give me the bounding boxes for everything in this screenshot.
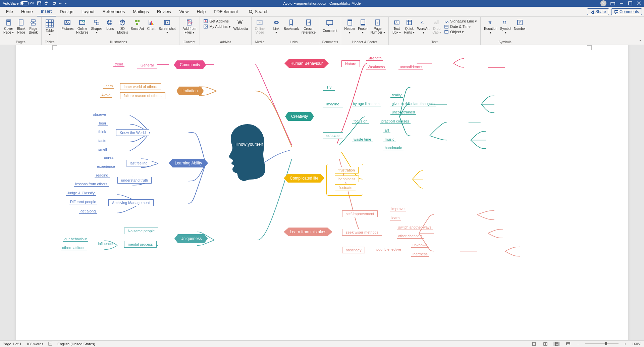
search-box[interactable]: Search [249,9,268,14]
table-button[interactable]: Table ▾ [44,18,56,37]
svg-rect-9 [31,23,35,25]
leaf-our-behaviour: our behaviour [63,237,88,242]
node-understand: understand truth [117,177,152,184]
status-bar: Page 1 of 1 108 words English (United St… [0,340,644,347]
maximize-icon[interactable] [628,1,633,6]
leaf-by-age: by age limitation [352,101,381,106]
shapes-button[interactable]: Shapes ▾ [90,18,104,35]
leaf-hear: hear [98,121,108,126]
leaf-others-attitude: others attitude [61,245,87,250]
zoom-slider[interactable] [585,343,619,344]
qa-more[interactable]: ⋯ [59,2,62,5]
svg-rect-56 [567,343,570,345]
save-icon[interactable] [37,1,42,6]
cross-reference-button[interactable]: Cross- reference [300,18,317,35]
svg-rect-24 [151,21,152,25]
tab-view[interactable]: View [175,7,193,16]
blank-page-button[interactable]: Blank Page [15,18,27,35]
ribbon-display-icon[interactable] [610,1,615,6]
comment-button[interactable]: Comment [321,18,338,33]
leaf-strength: Strength [366,56,383,61]
center-label: Know yourself [235,142,263,147]
ribbon-collapse-button[interactable]: ⌃ [639,39,642,44]
get-addins-button[interactable]: Get Add-ins [203,19,230,23]
node-self-improvement: self-improvement [342,210,378,217]
group-addins: Add-ins [200,40,251,45]
group-links: Links [268,40,319,45]
leaf-improve: improve [390,206,406,211]
tab-references[interactable]: References [99,7,129,16]
tab-review[interactable]: Review [153,7,175,16]
screenshot-button[interactable]: Screenshot ▾ [157,18,177,35]
comments-button[interactable]: Comments [611,8,642,15]
leaf-unconstrained: unconstrained [390,110,416,115]
page-break-button[interactable]: Page Break [27,18,39,35]
svg-text:PDF: PDF [188,22,193,24]
chart-button[interactable]: Chart [145,18,157,31]
svg-point-32 [205,26,206,27]
qa-dropdown[interactable]: ▾ [65,2,67,5]
online-pictures-button[interactable]: Online Pictures [75,18,90,35]
pictures-button[interactable]: Pictures [60,18,75,31]
zoom-out-button[interactable]: − [576,342,580,346]
object-button[interactable]: Object ▾ [444,30,477,34]
icons-button[interactable]: Icons [104,18,116,31]
quick-parts-button[interactable]: Quick Parts ▾ [403,18,416,35]
status-language[interactable]: English (United States) [57,342,95,346]
leaf-unconfidence: unconfidence [398,64,423,69]
svg-text:#: # [519,21,521,24]
symbol-button[interactable]: ΩSymbol ▾ [499,18,513,35]
tab-file[interactable]: File [2,7,17,16]
page-number-button[interactable]: #Page Number ▾ [369,18,386,35]
svg-rect-27 [165,21,167,23]
wordart-button[interactable]: AWordArt ▾ [416,18,431,35]
view-focus-icon[interactable] [531,342,537,346]
status-page[interactable]: Page 1 of 1 [3,342,21,346]
user-avatar[interactable] [600,0,606,6]
tab-help[interactable]: Help [193,7,210,16]
close-icon[interactable] [637,1,641,6]
svg-point-17 [107,20,112,25]
svg-text:A: A [420,20,424,25]
number-button[interactable]: #Number [513,18,527,31]
leaf-avoid: Avoid [100,93,112,98]
tab-mailings[interactable]: Mailings [129,7,153,16]
text-box-button[interactable]: AText Box ▾ [391,18,403,35]
signature-line-button[interactable]: Signature Line ▾ [444,19,477,23]
redo-icon[interactable] [52,1,56,6]
minimize-icon[interactable] [619,1,624,6]
undo-icon[interactable] [44,1,49,6]
tab-layout[interactable]: Layout [77,7,99,16]
share-button[interactable]: Share [587,8,609,15]
equation-button[interactable]: πEquation ▾ [483,18,498,35]
view-print-icon[interactable] [553,342,560,346]
bookmark-button[interactable]: Bookmark [282,18,300,31]
tab-design[interactable]: Design [56,7,77,16]
tab-home[interactable]: Home [17,7,37,16]
svg-rect-39 [361,24,365,25]
tab-insert[interactable]: Insert [37,7,56,16]
smartart-button[interactable]: SmartArt [129,18,145,31]
leaf-inertness: inertness [411,252,429,257]
page[interactable]: Know yourself Community General trend Im… [16,45,628,340]
titlebar: AutoSave Off ⋯ ▾ Avoid Fragmentation.doc… [0,0,644,7]
zoom-in-button[interactable]: + [623,342,627,346]
view-read-icon[interactable] [542,342,549,346]
zoom-level[interactable]: 160% [632,342,641,346]
cover-page-button[interactable]: Cover Page ▾ [2,18,15,35]
date-time-button[interactable]: Date & Time [444,24,477,29]
my-addins-button[interactable]: My Add-ins ▾ [203,24,230,29]
node-know-world: Know the World [116,129,149,136]
node-failure: failure reason of others [120,92,165,99]
tab-pdfelement[interactable]: PDFelement [210,7,242,16]
link-button[interactable]: Link ▾ [270,18,282,35]
autosave-toggle[interactable]: AutoSave Off [3,1,34,5]
footer-button[interactable]: Footer ▾ [357,18,369,35]
view-web-icon[interactable] [565,342,572,346]
status-proofing-icon[interactable] [48,341,53,347]
add-from-files-button[interactable]: PDFAdd from Files ▾ [181,18,198,35]
wikipedia-button[interactable]: WWikipedia [232,18,249,31]
status-words[interactable]: 108 words [26,342,43,346]
header-button[interactable]: Header ▾ [343,18,357,35]
3d-models-button[interactable]: 3D Models [116,18,129,35]
